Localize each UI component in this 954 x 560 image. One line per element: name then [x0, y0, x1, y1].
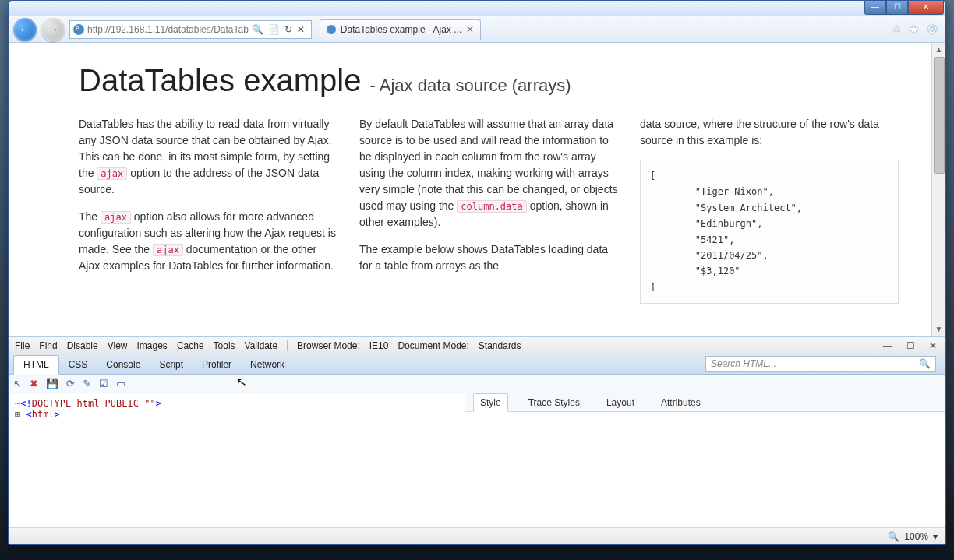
intro-paragraph: The example below shows DataTables loadi… — [359, 241, 618, 274]
intro-paragraph: DataTables has the ability to read data … — [79, 116, 337, 198]
refresh-icon[interactable]: ⟳ — [66, 378, 75, 389]
intro-columns: DataTables has the ability to read data … — [79, 116, 899, 304]
code-ajax: ajax — [153, 244, 183, 256]
edit-icon[interactable]: ✎ — [83, 378, 91, 389]
zoom-icon[interactable]: 🔍 — [888, 531, 899, 542]
status-bar: 🔍 100% ▾ — [9, 527, 945, 544]
title-subtitle: - Ajax data source (arrays) — [370, 76, 571, 95]
menu-find[interactable]: Find — [39, 340, 57, 351]
search-icon[interactable]: 🔍 — [252, 24, 263, 35]
document-mode-label: Document Mode: — [398, 340, 468, 351]
insp-tab-trace-styles[interactable]: Trace Styles — [522, 394, 586, 411]
title-main: DataTables example — [79, 63, 361, 97]
tab-html[interactable]: HTML — [13, 355, 59, 375]
stop-icon[interactable]: ✕ — [297, 24, 305, 35]
tree-expand-icon[interactable]: ⊞ — [15, 409, 26, 420]
devtools-menu: File Find Disable View Images Cache Tool… — [9, 337, 945, 354]
save-icon[interactable]: 💾 — [46, 378, 58, 389]
intro-paragraph: By default DataTables will assume that a… — [359, 116, 618, 231]
tab-css[interactable]: CSS — [59, 356, 97, 374]
menu-cache[interactable]: Cache — [177, 340, 204, 351]
menu-separator — [287, 340, 288, 351]
tab-profiler[interactable]: Profiler — [193, 356, 241, 374]
inspector-panel: Style Trace Styles Layout Attributes — [465, 393, 945, 527]
menu-disable[interactable]: Disable — [67, 340, 98, 351]
dom-doctype: DOCTYPE html PUBLIC "" — [32, 398, 156, 409]
site-favicon-icon — [73, 24, 84, 35]
devtools-toolbar: ↖ ✖ 💾 ⟳ ✎ ☑ ▭ — [9, 375, 945, 393]
inspector-body — [465, 412, 945, 527]
url-text: http://192.168.1.11/datatables/DataTab — [87, 24, 249, 35]
devtools-close-icon[interactable]: ✕ — [927, 340, 939, 351]
clear-cache-icon[interactable]: ✖ — [30, 378, 38, 389]
devtools-panel: File Find Disable View Images Cache Tool… — [9, 337, 945, 527]
favorites-icon[interactable]: ★ — [908, 22, 919, 37]
menu-file[interactable]: File — [15, 340, 30, 351]
vertical-scrollbar[interactable]: ▲ ▼ — [931, 43, 945, 336]
dom-html-tag[interactable]: html — [32, 409, 55, 420]
search-html-input[interactable]: Search HTML... 🔍 — [705, 356, 936, 372]
code-sample: [ "Tiger Nixon", "System Architect", "Ed… — [640, 160, 899, 304]
tab-console[interactable]: Console — [97, 356, 150, 374]
menu-validate[interactable]: Validate — [245, 340, 277, 351]
document-mode-value[interactable]: Standards — [479, 340, 521, 351]
zoom-level: 100% — [904, 531, 928, 542]
navbar: ← → http://192.168.1.11/datatables/DataT… — [9, 16, 945, 43]
settings-gear-icon[interactable]: ⚙ — [927, 22, 938, 37]
code-ajax: ajax — [101, 211, 131, 224]
compat-icon[interactable]: 📄 — [268, 24, 280, 35]
attributes-icon[interactable]: ☑ — [99, 378, 108, 389]
code-column-data: column.data — [457, 200, 526, 213]
browser-tab[interactable]: DataTables example - Ajax ... ✕ — [320, 19, 481, 40]
dom-tree[interactable]: ⋯<!DOCTYPE html PUBLIC ""> ⊞ <html> — [9, 393, 465, 527]
insp-tab-layout[interactable]: Layout — [600, 394, 641, 411]
devtools-minimize-icon[interactable]: — — [881, 340, 895, 351]
tab-favicon-icon — [327, 25, 336, 34]
close-button[interactable]: ✕ — [908, 1, 944, 15]
scroll-thumb[interactable] — [934, 57, 945, 174]
tab-network[interactable]: Network — [241, 356, 294, 374]
select-element-icon[interactable]: ↖ — [13, 378, 22, 389]
zoom-dropdown-icon[interactable]: ▾ — [933, 531, 938, 542]
scroll-up-icon[interactable]: ▲ — [932, 43, 945, 57]
page-title: DataTables example - Ajax data source (a… — [79, 57, 899, 104]
address-bar[interactable]: http://192.168.1.11/datatables/DataTab 🔍… — [69, 20, 312, 39]
browser-mode-label: Browser Mode: — [297, 340, 360, 351]
devtools-undock-icon[interactable]: ☐ — [904, 340, 917, 351]
menu-images[interactable]: Images — [137, 340, 168, 351]
code-ajax: ajax — [97, 167, 127, 180]
refresh-icon[interactable]: ↻ — [284, 24, 292, 35]
search-placeholder: Search HTML... — [711, 358, 776, 369]
menu-tools[interactable]: Tools — [214, 340, 235, 351]
back-button[interactable]: ← — [13, 18, 37, 41]
intro-paragraph: The ajax option also allows for more adv… — [79, 209, 337, 274]
tab-script[interactable]: Script — [150, 356, 193, 374]
insp-tab-style[interactable]: Style — [473, 393, 508, 412]
search-icon[interactable]: 🔍 — [919, 358, 931, 369]
outline-icon[interactable]: ▭ — [116, 378, 125, 389]
minimize-button[interactable]: — — [864, 1, 886, 15]
menu-view[interactable]: View — [108, 340, 128, 351]
page-viewport: DataTables example - Ajax data source (a… — [9, 43, 945, 337]
scroll-down-icon[interactable]: ▼ — [932, 322, 945, 336]
forward-button[interactable]: → — [41, 18, 65, 41]
maximize-button[interactable]: ☐ — [886, 1, 908, 15]
tab-close-icon[interactable]: ✕ — [466, 24, 474, 35]
browser-mode-value[interactable]: IE10 — [369, 340, 389, 351]
insp-tab-attributes[interactable]: Attributes — [655, 394, 707, 411]
titlebar: — ☐ ✕ — [9, 1, 945, 16]
devtools-tabs: HTML CSS Console Script Profiler Network… — [9, 354, 945, 375]
tab-title: DataTables example - Ajax ... — [341, 24, 461, 35]
browser-window: — ☐ ✕ ← → http://192.168.1.11/datatables… — [8, 0, 946, 545]
home-icon[interactable]: ⌂ — [892, 22, 900, 37]
intro-paragraph: data source, where the structure of the … — [640, 116, 899, 149]
